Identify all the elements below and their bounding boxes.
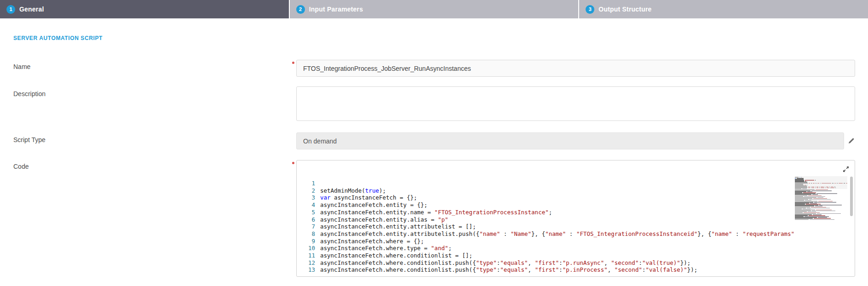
step-number-badge: 2: [296, 5, 305, 14]
editor-scrollbar-thumb[interactable]: [850, 177, 853, 216]
code-line[interactable]: 8asyncInstanceFetch.entity.attributelist…: [297, 230, 794, 238]
code-line[interactable]: 3var asyncInstanceFetch = {};: [297, 194, 794, 201]
line-number: 5: [297, 209, 320, 216]
line-number: 11: [297, 252, 320, 259]
line-number: 8: [297, 230, 320, 238]
line-number: 9: [297, 238, 320, 245]
code-line[interactable]: 11asyncInstanceFetch.where.conditionlist…: [297, 252, 794, 259]
code-line[interactable]: 7asyncInstanceFetch.entity.attributelist…: [297, 223, 794, 230]
name-input[interactable]: [296, 60, 855, 77]
line-number: 1: [297, 180, 320, 187]
code-line[interactable]: 10asyncInstanceFetch.where.type = "and";: [297, 245, 794, 252]
step-number-badge: 3: [586, 5, 594, 14]
line-number: 3: [297, 194, 320, 201]
step-label: Output Structure: [598, 6, 651, 13]
script-type-field[interactable]: On demand: [296, 132, 844, 149]
name-label: Name: [13, 63, 30, 70]
minimap[interactable]: [795, 176, 847, 275]
description-label: Description: [13, 90, 46, 97]
required-marker: [292, 62, 294, 64]
required-marker: [292, 162, 294, 164]
step-tab-general[interactable]: 1General: [0, 0, 289, 18]
editor-scrollbar[interactable]: [849, 175, 854, 275]
line-number: 7: [297, 223, 320, 230]
edit-script-type-button[interactable]: [846, 136, 856, 145]
line-number: 12: [297, 259, 320, 267]
step-label: Input Parameters: [309, 6, 363, 13]
wizard-stepper: 1General2Input Parameters3Output Structu…: [0, 0, 868, 18]
pencil-icon: [848, 137, 855, 144]
section-title: SERVER AUTOMATION SCRIPT: [13, 35, 103, 41]
code-line[interactable]: 9asyncInstanceFetch.where = {};: [297, 238, 794, 245]
code-editor[interactable]: 12setAdminMode(true);3var asyncInstanceF…: [296, 160, 855, 277]
script-type-value: On demand: [303, 137, 337, 145]
description-textarea[interactable]: [296, 86, 855, 121]
script-type-label: Script Type: [13, 136, 46, 143]
line-number: 13: [297, 266, 320, 274]
code-content[interactable]: 12setAdminMode(true);3var asyncInstanceF…: [297, 175, 794, 275]
code-line[interactable]: 1: [297, 180, 794, 187]
step-tab-input-parameters[interactable]: 2Input Parameters: [290, 0, 579, 18]
expand-editor-button[interactable]: [842, 165, 850, 173]
line-number: 6: [297, 216, 320, 223]
code-line[interactable]: 4asyncInstanceFetch.entity = {};: [297, 201, 794, 209]
expand-icon: [843, 166, 849, 172]
code-line[interactable]: 12asyncInstanceFetch.where.conditionlist…: [297, 259, 794, 267]
code-line[interactable]: 13asyncInstanceFetch.where.conditionlist…: [297, 266, 794, 274]
code-line[interactable]: 6asyncInstanceFetch.entity.alias = "p": [297, 216, 794, 223]
step-label: General: [19, 6, 44, 13]
code-label: Code: [13, 163, 29, 170]
page: 1General2Input Parameters3Output Structu…: [0, 0, 868, 286]
step-number-badge: 1: [6, 5, 15, 14]
step-tab-output-structure[interactable]: 3Output Structure: [579, 0, 868, 18]
code-line[interactable]: 5asyncInstanceFetch.entity.name = "FTOS_…: [297, 209, 794, 216]
line-number: 4: [297, 201, 320, 209]
line-number: 10: [297, 245, 320, 252]
line-number: 2: [297, 187, 320, 194]
code-line[interactable]: 2setAdminMode(true);: [297, 187, 794, 194]
